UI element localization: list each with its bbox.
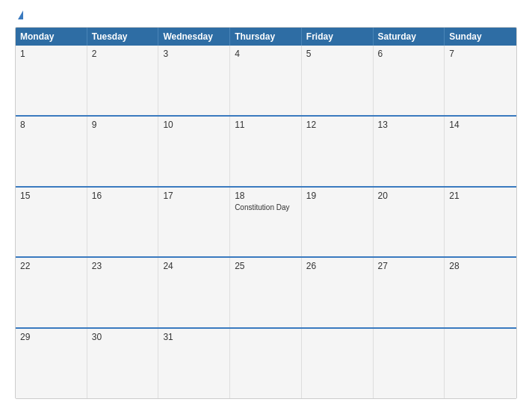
day-number: 3: [163, 49, 225, 59]
day-cell: 31: [158, 329, 230, 398]
day-cell: 3: [158, 46, 230, 115]
day-number: 8: [20, 120, 82, 130]
calendar-header: [15, 12, 517, 19]
week-row-3: 15161718Constitution Day192021: [16, 188, 516, 259]
day-number: 1: [20, 49, 82, 59]
day-number: 25: [235, 261, 297, 271]
day-cell: 21: [445, 188, 516, 257]
day-number: 16: [92, 191, 154, 201]
day-number: 22: [20, 261, 82, 271]
day-cell: 17: [158, 188, 230, 257]
day-header-friday: Friday: [302, 28, 374, 46]
days-header: MondayTuesdayWednesdayThursdayFridaySatu…: [16, 28, 516, 46]
day-number: 31: [163, 332, 225, 342]
day-number: 9: [92, 120, 154, 130]
day-number: 17: [163, 191, 225, 201]
day-cell: 22: [16, 258, 87, 327]
weeks-container: 123456789101112131415161718Constitution …: [16, 46, 516, 398]
day-header-monday: Monday: [16, 28, 87, 46]
day-number: 30: [92, 332, 154, 342]
day-cell: 19: [302, 188, 374, 257]
day-cell: 24: [158, 258, 230, 327]
day-number: 18: [235, 191, 297, 201]
day-header-saturday: Saturday: [374, 28, 445, 46]
day-number: 7: [449, 49, 512, 59]
day-number: 10: [163, 120, 225, 130]
day-cell: [374, 329, 445, 398]
day-cell: [230, 329, 302, 398]
day-cell: 27: [374, 258, 445, 327]
day-number: 24: [163, 261, 225, 271]
day-cell: 12: [302, 117, 374, 186]
day-cell: 30: [87, 329, 159, 398]
day-cell: 23: [87, 258, 159, 327]
day-number: 23: [92, 261, 154, 271]
day-number: 27: [378, 261, 440, 271]
day-cell: 6: [374, 46, 445, 115]
day-cell: 2: [87, 46, 159, 115]
day-number: 5: [306, 49, 368, 59]
day-cell: 29: [16, 329, 87, 398]
day-cell: 28: [445, 258, 516, 327]
day-cell: 10: [158, 117, 230, 186]
day-number: 2: [92, 49, 154, 59]
day-cell: 20: [374, 188, 445, 257]
day-number: 20: [378, 191, 440, 201]
event-label: Constitution Day: [235, 203, 297, 212]
day-cell: 1: [16, 46, 87, 115]
day-number: 13: [378, 120, 440, 130]
day-cell: 25: [230, 258, 302, 327]
day-number: 6: [378, 49, 440, 59]
calendar-page: MondayTuesdayWednesdayThursdayFridaySatu…: [0, 0, 532, 411]
day-number: 29: [20, 332, 82, 342]
day-number: 4: [235, 49, 297, 59]
day-cell: 7: [445, 46, 516, 115]
day-header-tuesday: Tuesday: [87, 28, 159, 46]
day-cell: [445, 329, 516, 398]
day-cell: 15: [16, 188, 87, 257]
week-row-1: 1234567: [16, 46, 516, 117]
day-header-thursday: Thursday: [230, 28, 302, 46]
day-cell: 13: [374, 117, 445, 186]
day-cell: 11: [230, 117, 302, 186]
day-number: 14: [449, 120, 512, 130]
day-number: 11: [235, 120, 297, 130]
day-header-sunday: Sunday: [445, 28, 516, 46]
logo-triangle-icon: [18, 10, 23, 19]
day-cell: 14: [445, 117, 516, 186]
day-number: 26: [306, 261, 368, 271]
week-row-4: 22232425262728: [16, 258, 516, 329]
day-number: 19: [306, 191, 368, 201]
day-cell: [302, 329, 374, 398]
day-header-wednesday: Wednesday: [158, 28, 230, 46]
day-cell: 9: [87, 117, 159, 186]
logo: [15, 12, 23, 19]
day-cell: 4: [230, 46, 302, 115]
day-number: 15: [20, 191, 82, 201]
week-row-5: 293031: [16, 329, 516, 398]
week-row-2: 891011121314: [16, 117, 516, 188]
day-cell: 8: [16, 117, 87, 186]
day-number: 21: [449, 191, 512, 201]
day-number: 28: [449, 261, 512, 271]
day-cell: 5: [302, 46, 374, 115]
calendar-grid: MondayTuesdayWednesdayThursdayFridaySatu…: [15, 27, 517, 399]
day-number: 12: [306, 120, 368, 130]
day-cell: 16: [87, 188, 159, 257]
day-cell: 18Constitution Day: [230, 188, 302, 257]
day-cell: 26: [302, 258, 374, 327]
